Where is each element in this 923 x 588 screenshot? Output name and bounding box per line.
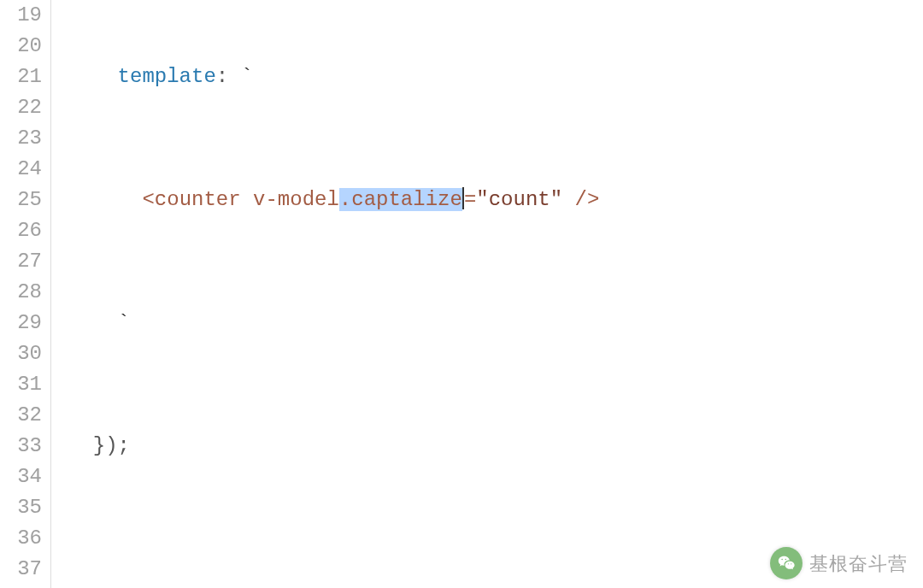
- line-number: 35: [0, 492, 42, 523]
- code-line[interactable]: <counter v-model.captalize="count" />: [68, 185, 923, 215]
- indent: [68, 434, 93, 457]
- line-number: 31: [0, 369, 42, 400]
- line-number: 21: [0, 62, 42, 92]
- line-number: 33: [0, 431, 42, 462]
- line-number: 34: [0, 462, 42, 492]
- line-number: 27: [0, 246, 42, 277]
- code-content[interactable]: template: ` <counter v-model.captalize="…: [51, 0, 923, 588]
- line-number: 22: [0, 92, 42, 123]
- code-line[interactable]: template: `: [68, 62, 923, 92]
- line-number: 24: [0, 154, 42, 185]
- watermark-text: 基根奋斗营: [809, 550, 908, 578]
- line-number-gutter: 19 20 21 22 23 24 25 26 27 28 29 30 31 3…: [0, 0, 51, 588]
- line-number: 23: [0, 123, 42, 154]
- line-number: 20: [0, 31, 42, 62]
- indent: [68, 65, 118, 88]
- template-text: />: [562, 188, 599, 211]
- code-line[interactable]: });: [68, 431, 923, 462]
- punct: });: [93, 434, 130, 457]
- line-number: 19: [0, 0, 42, 31]
- template-string: "count": [476, 188, 562, 211]
- backtick: `: [241, 65, 253, 88]
- line-number: 28: [0, 277, 42, 308]
- wechat-icon: [770, 547, 802, 579]
- watermark: 基根奋斗营: [770, 547, 908, 579]
- indent: [68, 188, 142, 211]
- template-text: =: [464, 188, 476, 211]
- line-number: 30: [0, 338, 42, 369]
- line-number: 25: [0, 185, 42, 215]
- line-number: 38: [0, 585, 42, 588]
- template-text: <counter v-model: [142, 188, 338, 211]
- line-number: 36: [0, 523, 42, 554]
- indent: [68, 311, 118, 334]
- line-number: 32: [0, 400, 42, 431]
- backtick: `: [118, 311, 130, 334]
- code-editor[interactable]: 19 20 21 22 23 24 25 26 27 28 29 30 31 3…: [0, 0, 923, 588]
- punct: :: [216, 65, 241, 88]
- line-number: 29: [0, 308, 42, 338]
- selected-text: .captalize: [339, 188, 462, 211]
- code-line[interactable]: `: [68, 308, 923, 338]
- line-number: 37: [0, 554, 42, 585]
- prop-key: template: [118, 65, 216, 88]
- line-number: 26: [0, 215, 42, 246]
